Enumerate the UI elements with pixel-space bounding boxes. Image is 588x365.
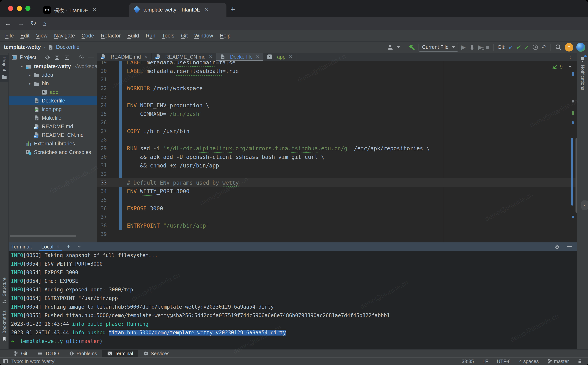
code-line-38[interactable]: 38ENTRYPOINT "/usr/bin/app" <box>97 221 577 230</box>
chevron-down-icon[interactable]: ▾ <box>26 81 34 86</box>
bookmark-icon[interactable] <box>2 337 7 342</box>
run-config-select[interactable]: Current File <box>419 43 458 52</box>
terminal-output[interactable]: INFO[0050] Taking snapshot of full files… <box>9 251 577 349</box>
git-push-icon[interactable]: ↗ <box>524 44 529 50</box>
tree-item-external-libraries[interactable]: External Libraries <box>9 139 97 148</box>
error-stripe-mark[interactable] <box>572 72 574 76</box>
git-commit-icon[interactable]: ✔ <box>516 44 521 50</box>
tree-item-scratches-and-consoles[interactable]: Scratches and Consoles <box>9 148 97 156</box>
editor-tab-dockerfile[interactable]: Dockerfile✕ <box>216 53 263 61</box>
terminal-tab-local[interactable]: Local ✕ <box>40 242 61 251</box>
toolwindow-git[interactable]: Git <box>9 350 32 357</box>
breadcrumb-file[interactable]: Dockerfile <box>56 44 79 50</box>
terminal-settings-gear-icon[interactable] <box>554 244 560 250</box>
code-line-35[interactable]: 35 <box>97 196 577 204</box>
notifications-bell-icon[interactable] <box>580 56 586 62</box>
toolwindow-toggle-icon[interactable] <box>3 358 8 364</box>
error-stripe-mark[interactable] <box>572 121 574 124</box>
close-tab-icon[interactable]: ✕ <box>288 54 293 60</box>
breadcrumb-project[interactable]: template-wetty <box>4 44 41 50</box>
code-line-30[interactable]: 30 && apk add -U openssh-client sshpass … <box>97 153 577 161</box>
git-branch-widget[interactable]: master <box>547 358 569 364</box>
build-hammer-icon[interactable] <box>408 43 416 51</box>
code-line-21[interactable]: 21 <box>97 75 577 84</box>
menu-build[interactable]: Build <box>124 33 142 39</box>
project-panel-title[interactable]: Project <box>20 55 36 61</box>
browser-tab-active[interactable]: template-wetty - TitanIDE ✕ <box>129 3 226 17</box>
stop-icon[interactable]: ■ <box>486 44 489 50</box>
code-line-39[interactable]: 39 <box>97 230 577 239</box>
editor-tab-readme-cn-md[interactable]: README_CN.md✕ <box>152 53 217 61</box>
user-icon[interactable] <box>387 44 394 51</box>
rollback-icon[interactable]: ↶ <box>542 44 546 50</box>
home-icon[interactable]: ⌂ <box>42 19 46 28</box>
menu-view[interactable]: View <box>33 33 51 39</box>
tree-item-template-wetty[interactable]: ▾template-wetty~/workspace <box>9 62 97 71</box>
minimize-window-button[interactable] <box>17 6 22 11</box>
editor-tabs-menu-icon[interactable]: ⋮ <box>567 54 573 60</box>
close-tab-icon[interactable]: ✕ <box>256 54 260 60</box>
code-line-37[interactable]: 37 <box>97 213 577 221</box>
gear-icon[interactable] <box>78 55 84 60</box>
close-tab-icon[interactable]: ✕ <box>209 54 213 60</box>
tree-item-readme-md[interactable]: README.md <box>9 122 97 131</box>
code-line-20[interactable]: 20LABEL metadata.rewritesubpath=true <box>97 67 577 75</box>
new-tab-button[interactable]: + <box>230 4 235 14</box>
code-line-33[interactable]: 33# Default ENV params used by wetty <box>97 178 577 187</box>
status-lf[interactable]: LF <box>483 358 488 364</box>
back-icon[interactable]: ← <box>5 19 12 28</box>
chevron-right-icon[interactable]: ▸ <box>26 73 34 77</box>
editor-scrollbar[interactable] <box>575 138 577 213</box>
close-icon[interactable]: ✕ <box>56 244 60 249</box>
error-stripe-mark[interactable] <box>572 100 574 102</box>
tree-item-bin[interactable]: ▾bin <box>9 79 97 88</box>
close-tab-icon[interactable]: ✕ <box>91 7 98 13</box>
menu-refactor[interactable]: Refactor <box>98 33 124 39</box>
debug-bug-icon[interactable] <box>469 44 475 50</box>
code-line-28[interactable]: 28 <box>97 135 577 144</box>
code-line-23[interactable]: 23 <box>97 92 577 101</box>
chevron-down-icon[interactable] <box>397 46 400 48</box>
new-terminal-icon[interactable]: + <box>67 243 70 250</box>
horizontal-scrollbar[interactable] <box>10 235 76 237</box>
editor-body[interactable]: 19LABEL metadata.usesubdomain=false20LAB… <box>97 61 577 242</box>
menu-code[interactable]: Code <box>78 33 98 39</box>
run-icon[interactable]: ▶ <box>461 44 466 50</box>
code-line-36[interactable]: 36EXPOSE 3000 <box>97 204 577 213</box>
tree-item-makefile[interactable]: Makefile <box>9 114 97 122</box>
hide-panel-icon[interactable]: — <box>88 54 94 61</box>
code-line-25[interactable]: 25 COMMAND='/bin/bash' <box>97 110 577 118</box>
update-available-icon[interactable]: ↑ <box>565 43 573 51</box>
structure-icon[interactable] <box>2 299 7 304</box>
status-utf-8[interactable]: UTF-8 <box>497 358 511 364</box>
toolwindow-services[interactable]: Services <box>138 350 175 357</box>
editor-tab-app[interactable]: app✕ <box>263 53 296 61</box>
error-stripe-mark[interactable] <box>572 216 574 218</box>
ide-gradient-icon[interactable] <box>576 43 585 52</box>
prev-problem-icon[interactable] <box>567 64 573 70</box>
menu-edit[interactable]: Edit <box>17 33 33 39</box>
code-line-29[interactable]: 29RUN sed -i 's/dl-cdn.alpinelinux.org/m… <box>97 144 577 153</box>
history-clock-icon[interactable] <box>532 44 539 50</box>
tree-item-app[interactable]: app <box>9 88 97 96</box>
code-line-26[interactable]: 26 <box>97 118 577 127</box>
collapse-all-icon[interactable] <box>64 55 70 60</box>
tree-item-readme-cn-md[interactable]: README_CN.md <box>9 131 97 139</box>
zoom-window-button[interactable] <box>25 6 30 11</box>
status-4-spaces[interactable]: 4 spaces <box>519 358 539 364</box>
expand-all-icon[interactable] <box>54 55 60 60</box>
code-line-27[interactable]: 27COPY ./bin /usr/bin <box>97 127 577 135</box>
menu-navigate[interactable]: Navigate <box>51 33 78 39</box>
menu-run[interactable]: Run <box>142 33 159 39</box>
tree-item-idea[interactable]: ▸.idea <box>9 71 97 79</box>
code-line-24[interactable]: 24ENV NODE_ENV=production \ <box>97 101 577 110</box>
status-33-35[interactable]: 33:35 <box>462 358 474 364</box>
close-tab-icon[interactable]: ✕ <box>144 54 148 60</box>
code-line-19[interactable]: 19LABEL metadata.usesubdomain=false <box>97 61 577 67</box>
collapse-panel-button[interactable]: ‹ <box>581 200 588 210</box>
forward-icon[interactable]: → <box>18 19 25 28</box>
lock-open-icon[interactable] <box>577 359 582 364</box>
toolwindow-problems[interactable]: Problems <box>64 350 102 357</box>
notifications-stripe-label[interactable]: Notifications <box>580 65 585 90</box>
menu-git[interactable]: Git <box>178 33 191 39</box>
